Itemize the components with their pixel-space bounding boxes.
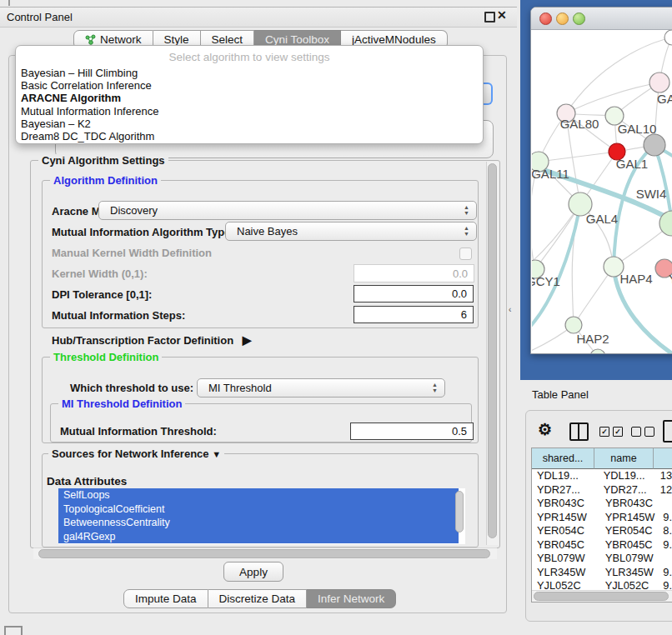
- bottom-left-widget-icon[interactable]: [4, 626, 23, 635]
- cell: YER054C: [599, 524, 659, 538]
- cell: YDL19...: [532, 469, 597, 483]
- node-label: SWI4: [636, 187, 667, 201]
- expanded-arrow-icon: ▼: [212, 449, 221, 459]
- split-panel-icon[interactable]: [569, 422, 589, 441]
- dropdown-item[interactable]: Bayesian – Hill Climbing: [21, 67, 478, 79]
- column-header-name[interactable]: name: [594, 448, 654, 469]
- dropdown-item[interactable]: Dream8 DC_TDC Algorithm: [21, 130, 478, 142]
- top-left-tick: [8, 0, 10, 6]
- node: [649, 72, 669, 92]
- which-threshold-label: Which threshold to use:: [70, 382, 193, 394]
- hub-definition-label: Hub/Transcription Factor Definition: [52, 334, 233, 347]
- mi-steps-input[interactable]: 6: [354, 306, 474, 323]
- table-row[interactable]: YJL052CYJL052C9.: [532, 579, 672, 589]
- dropdown-item[interactable]: Basic Correlation Inference: [21, 79, 478, 92]
- cyni-bottom-tabbar: Impute Data Discretize Data Infer Networ…: [123, 589, 396, 608]
- attribute-item-selected[interactable]: BetweennessCentrality: [58, 516, 459, 530]
- mi-steps-label: Mutual Information Steps:: [52, 309, 185, 322]
- mi-type-label: Mutual Information Algorithm Type:: [52, 226, 234, 238]
- apply-button-label: Apply: [239, 566, 268, 578]
- node-label: GAL10: [618, 122, 657, 136]
- network-window-titlebar[interactable]: [531, 8, 672, 30]
- aracne-mode-select[interactable]: Discovery ▲▼: [98, 201, 477, 220]
- cell: YBL079W: [532, 552, 599, 566]
- node-hap2: [565, 317, 582, 333]
- table-settings-gear-icon[interactable]: ⚙: [538, 420, 552, 439]
- column-header-clipped[interactable]: [654, 448, 672, 469]
- cell: 8.: [658, 524, 672, 538]
- zoom-traffic-light[interactable]: [573, 12, 585, 25]
- cell: YDR27...: [532, 483, 597, 498]
- unchecked-box-icon: [644, 427, 654, 437]
- tab-impute-data[interactable]: Impute Data: [123, 589, 208, 608]
- cell: YPR145W: [532, 511, 599, 525]
- dropdown-item[interactable]: Bayesian – K2: [21, 118, 478, 130]
- manual-kernel-label: Manual Kernel Width Definition: [52, 247, 212, 259]
- network-window[interactable]: GAL GAL80 GAL10 GAL1 GAL11 SWI4 GAL4 GCY…: [530, 7, 672, 354]
- cell: YLR345W: [599, 566, 659, 580]
- table-row[interactable]: YDR27...YDR27...12: [532, 483, 672, 498]
- new-table-page-icon[interactable]: [663, 420, 672, 442]
- apply-button[interactable]: Apply: [223, 562, 283, 582]
- deselect-all-columns-icon[interactable]: [631, 427, 654, 437]
- dropdown-item[interactable]: Mutual Information Inference: [21, 105, 478, 118]
- cell: YER054C: [532, 524, 599, 538]
- cell: YPR145W: [599, 511, 659, 525]
- cell: 9.: [658, 538, 672, 552]
- dropdown-item-selected[interactable]: ARACNE Algorithm: [21, 92, 478, 104]
- close-icon[interactable]: ✕: [497, 8, 507, 22]
- mi-threshold-input[interactable]: 0.5: [350, 422, 474, 440]
- tab-infer-network[interactable]: Infer Network: [307, 589, 396, 608]
- column-header-shared-name[interactable]: shared...: [532, 448, 594, 469]
- kernel-width-input[interactable]: 0.0: [354, 264, 474, 282]
- aracne-mode-value: Discovery: [110, 204, 158, 217]
- column-header-label: name: [610, 452, 636, 464]
- cell: YBR043C: [599, 497, 659, 511]
- tab-discretize-data-label: Discretize Data: [219, 592, 296, 605]
- mi-type-select[interactable]: Naive Bayes ▲▼: [225, 222, 477, 241]
- network-canvas[interactable]: GAL GAL80 GAL10 GAL1 GAL11 SWI4 GAL4 GCY…: [532, 30, 672, 353]
- manual-kernel-checkbox[interactable]: [459, 248, 472, 260]
- algorithm-definition-title: Algorithm Definition: [50, 174, 161, 187]
- minimize-traffic-light[interactable]: [556, 12, 569, 25]
- table-row[interactable]: YDL19...YDL19...13: [532, 469, 672, 483]
- sources-toggle[interactable]: Sources for Network Inference ▼: [48, 448, 224, 460]
- float-window-icon[interactable]: [484, 12, 495, 22]
- tab-style-label: Style: [164, 33, 189, 46]
- attribute-item-selected[interactable]: gal4RGexp: [58, 530, 459, 544]
- cell: 9.: [658, 511, 672, 525]
- node-label: GAL80: [560, 117, 599, 131]
- tab-discretize-data[interactable]: Discretize Data: [208, 589, 308, 608]
- which-threshold-select[interactable]: MI Threshold ▲▼: [197, 378, 445, 398]
- table-row[interactable]: YLR345WYLR345W9.: [532, 566, 672, 580]
- node-label: HAP2: [576, 332, 609, 346]
- tab-jactivemnodules-label: jActiveMNodules: [352, 33, 436, 46]
- stepper-arrows-icon: ▲▼: [464, 204, 469, 216]
- table-row[interactable]: YER054CYER054C8.: [532, 524, 672, 538]
- settings-vertical-scrollbar-thumb[interactable]: [488, 163, 497, 538]
- attribute-item-selected[interactable]: TopologicalCoefficient: [58, 502, 459, 517]
- table-horizontal-scrollbar-thumb[interactable]: [534, 592, 669, 601]
- panel-divider-grip[interactable]: ‹: [509, 305, 511, 314]
- select-all-columns-icon[interactable]: ✓ ✓: [599, 427, 623, 437]
- node-label: HAP4: [619, 272, 652, 286]
- attribute-item-selected[interactable]: SelfLoops: [58, 488, 459, 502]
- table-row[interactable]: YBR043CYBR043C: [532, 497, 672, 511]
- table-row[interactable]: YBL079WYBL079W: [532, 552, 672, 566]
- table-body[interactable]: YDL19...YDL19...13 YDR27...YDR27...12 YB…: [532, 469, 672, 589]
- mi-threshold-title: MI Threshold Definition: [58, 398, 185, 410]
- dropdown-placeholder: Select algorithm to view settings: [16, 51, 483, 63]
- table-row[interactable]: YBR045CYBR045C9.: [532, 538, 672, 552]
- sources-title: Sources for Network Inference: [52, 448, 209, 460]
- tab-impute-data-label: Impute Data: [135, 592, 197, 605]
- threshold-definition-title: Threshold Definition: [50, 351, 162, 363]
- attribute-list-scrollbar-thumb[interactable]: [455, 491, 464, 532]
- settings-horizontal-scrollbar-thumb[interactable]: [38, 549, 490, 558]
- node: [664, 30, 672, 45]
- node-label: GAL4: [586, 212, 618, 226]
- control-panel-titlebar: Control Panel ✕: [0, 7, 517, 28]
- dpi-tolerance-input[interactable]: 0.0: [354, 285, 474, 302]
- hub-definition-toggle[interactable]: Hub/Transcription Factor Definition ▶: [52, 333, 252, 347]
- table-row[interactable]: YPR145WYPR145W9.: [532, 511, 672, 525]
- close-traffic-light[interactable]: [539, 12, 552, 25]
